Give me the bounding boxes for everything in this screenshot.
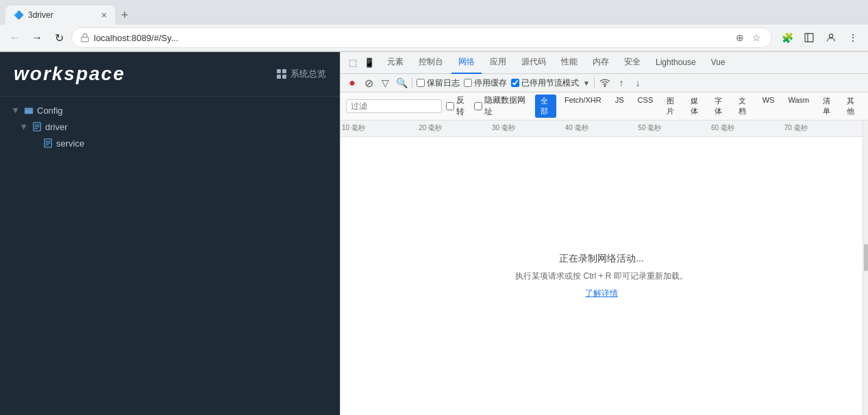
tab-memory[interactable]: 内存 <box>586 52 616 74</box>
throttle-dropdown[interactable]: ▼ <box>583 79 590 87</box>
filter-tag-css[interactable]: CSS <box>632 95 659 118</box>
filter-tag-js[interactable]: JS <box>610 95 630 118</box>
import-button[interactable]: ↑ <box>615 77 628 89</box>
filter-input[interactable] <box>346 99 442 113</box>
tree-label-driver: driver <box>45 122 68 132</box>
tab-console[interactable]: 控制台 <box>412 52 450 74</box>
filter-tag-all[interactable]: 全部 <box>535 95 556 118</box>
filter-tag-fetch[interactable]: Fetch/XHR <box>559 95 607 118</box>
tab-sources[interactable]: 源代码 <box>514 52 553 74</box>
filter-tag-manifest[interactable]: 清单 <box>817 95 839 118</box>
disable-cache-label: 停用缓存 <box>474 77 507 89</box>
user-icon[interactable] <box>821 28 841 47</box>
stop-button[interactable]: ⊘ <box>362 77 375 89</box>
browser-tab[interactable]: 🔷 3driver × <box>5 5 115 25</box>
tree-label-config: Config <box>37 105 63 116</box>
browser-chrome: 🔷 3driver × + ← → ↻ localhost:8089/#/Sy.… <box>0 0 868 52</box>
search-button[interactable]: 🔍 <box>395 77 408 89</box>
back-button[interactable]: ← <box>5 28 25 47</box>
grid-icon <box>277 69 286 79</box>
address-text: localhost:8089/#/Sy... <box>94 33 729 43</box>
app-header: workspace 系统总览 <box>0 52 340 97</box>
forward-button[interactable]: → <box>27 28 47 47</box>
network-main: 10 毫秒 20 毫秒 30 毫秒 40 毫秒 50 毫秒 60 毫秒 70 毫… <box>340 121 863 415</box>
throttle-label: 已停用节流模式 <box>521 77 579 89</box>
preserve-log-label: 保留日志 <box>427 77 460 89</box>
devtools-scrollbar[interactable] <box>863 121 868 415</box>
filter-toggle-button[interactable]: ▽ <box>379 77 391 89</box>
tree-item-config[interactable]: ▶ Config <box>0 102 340 118</box>
filter-tag-media[interactable]: 媒体 <box>685 95 706 118</box>
disable-cache-input[interactable] <box>464 79 472 87</box>
tick-10ms: 10 毫秒 <box>342 123 365 133</box>
tree-arrow-driver: ▶ <box>21 122 28 131</box>
tick-20ms: 20 毫秒 <box>419 123 442 133</box>
scrollbar-thumb[interactable] <box>864 244 868 271</box>
filter-tag-ws[interactable]: WS <box>757 95 780 118</box>
filter-tag-font[interactable]: 字体 <box>709 95 730 118</box>
hide-data-url-label: 隐藏数据网址 <box>484 95 528 118</box>
tab-application[interactable]: 应用 <box>483 52 513 74</box>
network-area: 10 毫秒 20 毫秒 30 毫秒 40 毫秒 50 毫秒 60 毫秒 70 毫… <box>340 121 868 415</box>
tab-network[interactable]: 网络 <box>451 52 482 74</box>
svg-rect-4 <box>25 108 33 114</box>
bookmark-icon[interactable]: ☆ <box>749 31 763 45</box>
file-tree: ▶ Config ▶ driver service <box>0 97 340 415</box>
network-learn-more-link[interactable]: 了解详情 <box>585 288 618 299</box>
svg-point-3 <box>829 34 832 38</box>
nav-bar: ← → ↻ localhost:8089/#/Sy... ⊕ ☆ 🧩 ⋮ <box>0 25 868 51</box>
tab-performance[interactable]: 性能 <box>554 52 584 74</box>
devtools-tabs: ⬚ 📱 元素 控制台 网络 应用 源代码 性能 内存 <box>340 52 868 74</box>
tick-40ms: 40 毫秒 <box>565 123 588 133</box>
app-sidebar: workspace 系统总览 ▶ Config ▶ <box>0 52 340 415</box>
invert-checkbox[interactable]: 反转 <box>446 95 470 118</box>
tab-elements[interactable]: 元素 <box>380 52 410 74</box>
tick-30ms: 30 毫秒 <box>492 123 515 133</box>
filter-row: 反转 隐藏数据网址 全部 Fetch/XHR JS CSS 图片 媒体 字体 文… <box>340 92 868 121</box>
address-icons: ⊕ ☆ <box>733 31 763 45</box>
reload-button[interactable]: ↻ <box>49 28 69 47</box>
svg-rect-1 <box>805 34 813 42</box>
tree-item-driver[interactable]: ▶ driver <box>0 118 340 135</box>
cast-icon[interactable]: ⊕ <box>733 31 747 45</box>
toolbar-separator-1 <box>412 77 412 88</box>
chrome-actions: 🧩 ⋮ <box>778 28 863 47</box>
tab-security[interactable]: 安全 <box>617 52 647 74</box>
filter-tag-img[interactable]: 图片 <box>661 95 682 118</box>
filter-tag-wasm[interactable]: Wasm <box>782 95 815 118</box>
record-button[interactable]: ● <box>346 77 358 89</box>
throttle-checkbox[interactable]: 已停用节流模式 <box>511 77 579 89</box>
sidebar-toggle[interactable] <box>799 28 819 47</box>
filter-tag-other[interactable]: 其他 <box>841 95 863 118</box>
tab-favicon: 🔷 <box>14 10 24 20</box>
address-bar[interactable]: localhost:8089/#/Sy... ⊕ ☆ <box>71 27 772 48</box>
tree-item-service[interactable]: service <box>0 135 340 151</box>
hide-data-url-input[interactable] <box>474 102 482 110</box>
timeline-header: 10 毫秒 20 毫秒 30 毫秒 40 毫秒 50 毫秒 60 毫秒 70 毫… <box>340 121 863 137</box>
preserve-log-input[interactable] <box>417 79 425 87</box>
invert-label: 反转 <box>456 95 470 118</box>
tab-lighthouse[interactable]: Lighthouse <box>649 52 703 74</box>
tab-vue[interactable]: Vue <box>704 52 732 74</box>
extensions-icon[interactable]: 🧩 <box>778 28 797 47</box>
wifi-icon[interactable] <box>599 77 611 89</box>
invert-input[interactable] <box>446 102 454 110</box>
device-icon[interactable]: 📱 <box>362 56 376 70</box>
disable-cache-checkbox[interactable]: 停用缓存 <box>464 77 507 89</box>
overview-button[interactable]: 系统总览 <box>277 68 326 80</box>
timeline-ticks: 10 毫秒 20 毫秒 30 毫秒 40 毫秒 50 毫秒 60 毫秒 70 毫… <box>340 121 863 136</box>
export-button[interactable]: ↓ <box>632 77 644 89</box>
filter-tag-doc[interactable]: 文档 <box>733 95 754 118</box>
new-tab-button[interactable]: + <box>115 5 134 25</box>
tree-arrow-config: ▶ <box>12 105 20 115</box>
network-empty-state: 正在录制网络活动... 执行某项请求或按 Ctrl + R 即可记录重新加载。 … <box>340 137 863 415</box>
preserve-log-checkbox[interactable]: 保留日志 <box>417 77 460 89</box>
svg-rect-0 <box>82 37 89 41</box>
menu-icon[interactable]: ⋮ <box>843 28 863 47</box>
inspect-icon[interactable]: ⬚ <box>346 56 360 70</box>
tick-60ms: 60 毫秒 <box>711 123 734 133</box>
throttle-input[interactable] <box>511 79 519 87</box>
hide-data-url-checkbox[interactable]: 隐藏数据网址 <box>474 95 528 118</box>
tab-close-button[interactable]: × <box>101 10 107 21</box>
network-empty-title: 正在录制网络活动... <box>559 253 644 265</box>
